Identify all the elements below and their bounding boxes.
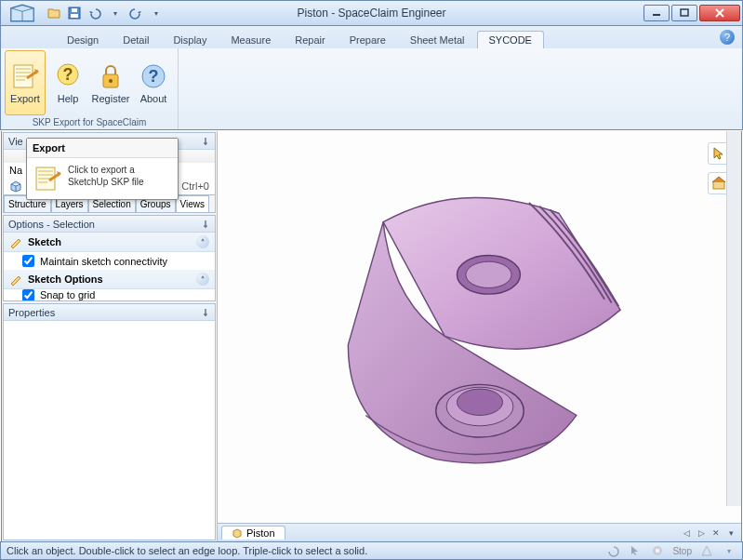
tab-repair[interactable]: Repair bbox=[283, 31, 337, 48]
status-stop-label: Stop bbox=[672, 546, 692, 556]
snap-to-grid-option[interactable]: Snap to grid bbox=[4, 289, 215, 300]
svg-rect-1 bbox=[71, 14, 78, 18]
tab-close-icon[interactable]: ✕ bbox=[710, 527, 723, 540]
help-icon[interactable]: ? bbox=[720, 30, 735, 45]
doc-tab-icon bbox=[232, 527, 243, 539]
about-label: About bbox=[140, 93, 167, 104]
properties-panel-header: Properties bbox=[4, 304, 215, 321]
svg-rect-22 bbox=[656, 549, 659, 553]
status-hint: Click an object. Double-click to select … bbox=[7, 545, 367, 556]
maximize-button[interactable] bbox=[671, 5, 697, 21]
properties-panel: Properties bbox=[3, 303, 216, 540]
doc-tab-label: Piston bbox=[246, 527, 275, 539]
tab-detail[interactable]: Detail bbox=[111, 31, 161, 48]
qat-customize-dropdown[interactable]: ▾ bbox=[148, 5, 165, 21]
status-undo-icon[interactable] bbox=[605, 543, 620, 558]
svg-rect-2 bbox=[72, 8, 77, 12]
register-button[interactable]: Register bbox=[90, 50, 131, 115]
status-warning-icon[interactable] bbox=[699, 543, 714, 558]
svg-text:?: ? bbox=[63, 65, 73, 84]
scrollbar-vertical[interactable] bbox=[726, 131, 741, 506]
status-cursor-icon[interactable] bbox=[628, 543, 643, 558]
maintain-sketch-checkbox[interactable] bbox=[22, 255, 34, 267]
cube-icon bbox=[9, 180, 22, 193]
redo-button[interactable] bbox=[127, 5, 144, 21]
svg-point-11 bbox=[109, 79, 113, 83]
tab-next-icon[interactable]: ▷ bbox=[695, 527, 708, 540]
window-title: Piston - SpaceClaim Engineer bbox=[297, 7, 445, 20]
ribbon-group-skp-export: Export ? Help Register ? About SKP Expor… bbox=[1, 48, 179, 129]
help-button[interactable]: ? Help bbox=[47, 50, 88, 115]
svg-point-19 bbox=[457, 389, 502, 415]
undo-button[interactable] bbox=[86, 5, 103, 21]
tab-sheet-metal[interactable]: Sheet Metal bbox=[398, 31, 477, 48]
tab-nav: ◁ ▷ ✕ ▾ bbox=[680, 527, 737, 540]
minimize-button[interactable] bbox=[643, 5, 670, 21]
options-panel-header: Options - Selection bbox=[4, 216, 215, 233]
app-menu-orb[interactable] bbox=[3, 1, 42, 25]
views-panel-title: Vie bbox=[8, 136, 23, 147]
export-button[interactable]: Export bbox=[5, 50, 46, 115]
options-panel: Options - Selection Sketch ˄ Maintain sk… bbox=[3, 215, 216, 301]
tab-menu-icon[interactable]: ▾ bbox=[724, 527, 737, 540]
options-panel-title: Options - Selection bbox=[8, 219, 95, 230]
svg-point-16 bbox=[465, 261, 511, 287]
close-button[interactable] bbox=[699, 5, 740, 21]
viewport: Piston ◁ ▷ ✕ ▾ bbox=[218, 131, 741, 541]
export-label: Export bbox=[10, 93, 40, 104]
quick-access-toolbar: ▾ ▾ bbox=[46, 5, 165, 21]
undo-dropdown[interactable]: ▾ bbox=[107, 5, 124, 21]
sketch-options-group-label: Sketch Options bbox=[28, 273, 103, 285]
open-button[interactable] bbox=[46, 5, 62, 21]
maintain-sketch-label: Maintain sketch connectivity bbox=[40, 256, 167, 267]
tab-views[interactable]: Views bbox=[176, 195, 210, 212]
statusbar: Click an object. Double-click to select … bbox=[0, 541, 743, 560]
canvas-3d[interactable] bbox=[218, 131, 741, 523]
status-right-tools: Stop ▾ bbox=[605, 543, 736, 558]
sketch-icon bbox=[9, 235, 22, 248]
titlebar: ▾ ▾ Piston - SpaceClaim Engineer bbox=[0, 0, 743, 26]
status-menu-icon[interactable]: ▾ bbox=[722, 543, 736, 558]
export-icon bbox=[10, 61, 40, 91]
window-buttons bbox=[642, 5, 740, 21]
isometric-shortcut: Ctrl+0 bbox=[181, 180, 209, 192]
tab-display[interactable]: Display bbox=[161, 31, 219, 48]
register-icon bbox=[96, 61, 126, 91]
sketch-group-header[interactable]: Sketch ˄ bbox=[4, 233, 215, 252]
piston-model bbox=[303, 169, 657, 486]
svg-rect-20 bbox=[713, 181, 724, 189]
about-button[interactable]: ? About bbox=[133, 50, 174, 115]
tooltip-title: Export bbox=[27, 139, 178, 158]
help-label: Help bbox=[58, 93, 79, 104]
ribbon-group-label: SKP Export for SpaceClaim bbox=[33, 115, 147, 127]
pin-icon[interactable] bbox=[201, 137, 210, 146]
sketch-group-label: Sketch bbox=[28, 236, 61, 247]
properties-body bbox=[4, 321, 215, 540]
register-label: Register bbox=[92, 93, 130, 104]
sketch-options-group-header[interactable]: Sketch Options ˄ bbox=[4, 270, 215, 289]
status-stop-icon[interactable] bbox=[650, 543, 665, 558]
properties-panel-title: Properties bbox=[8, 307, 55, 318]
snap-to-grid-label: Snap to grid bbox=[40, 289, 95, 300]
sketch-options-icon bbox=[9, 273, 22, 286]
tab-design[interactable]: Design bbox=[55, 31, 111, 48]
tooltip-export-icon bbox=[33, 164, 62, 193]
help-ribbon-icon: ? bbox=[53, 61, 83, 91]
tab-sycode[interactable]: SYCODE bbox=[477, 31, 544, 48]
collapse-icon[interactable]: ˄ bbox=[196, 273, 209, 286]
maintain-sketch-option[interactable]: Maintain sketch connectivity bbox=[4, 252, 215, 270]
tab-prev-icon[interactable]: ◁ bbox=[680, 527, 693, 540]
doc-tab-piston[interactable]: Piston bbox=[221, 526, 285, 540]
export-tooltip: Export Click to export a SketchUp SKP fi… bbox=[26, 138, 179, 200]
pin-icon[interactable] bbox=[201, 220, 210, 229]
tab-measure[interactable]: Measure bbox=[219, 31, 283, 48]
pin-icon[interactable] bbox=[201, 308, 210, 317]
about-icon: ? bbox=[139, 61, 168, 91]
tooltip-text: Click to export a SketchUp SKP file bbox=[68, 164, 172, 188]
save-button[interactable] bbox=[66, 5, 83, 21]
tab-prepare[interactable]: Prepare bbox=[338, 31, 398, 48]
collapse-icon[interactable]: ˄ bbox=[196, 235, 209, 248]
snap-to-grid-checkbox[interactable] bbox=[22, 289, 34, 300]
ribbon-tabs: Design Detail Display Measure Repair Pre… bbox=[0, 26, 743, 48]
ribbon: Export ? Help Register ? About SKP Expor… bbox=[0, 48, 743, 130]
